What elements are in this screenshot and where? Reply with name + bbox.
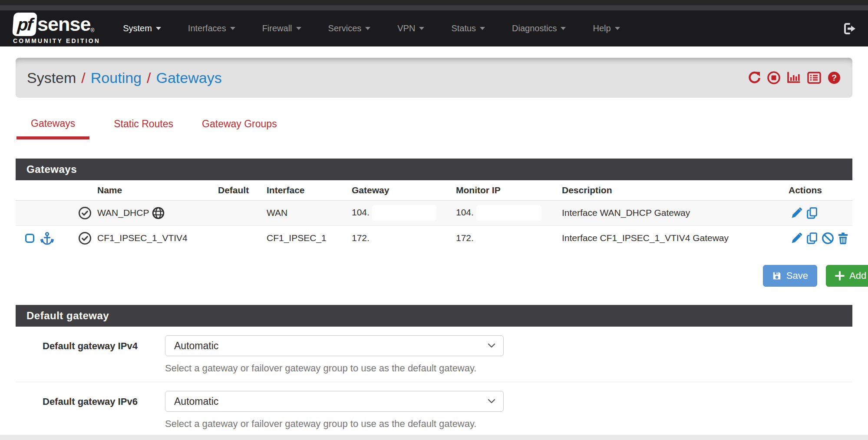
page-action-icons: ? [747, 71, 841, 85]
caret-down-icon [365, 27, 370, 30]
table-actions-bar: Save Add [16, 265, 852, 287]
breadcrumb-bar: System / Routing / Gateways ? [16, 58, 852, 98]
nav-item-services[interactable]: Services [328, 23, 371, 33]
gateway-default [218, 225, 267, 251]
default-gateway-panel-title: Default gateway [16, 305, 852, 327]
table-row-cf1-ipsec: CF1_IPSEC_1_VTIV4 CF1_IPSEC_1 172. 172. … [16, 225, 852, 251]
nav-item-firewall[interactable]: Firewall [262, 23, 301, 33]
default-gateway-ipv4-select[interactable]: Automatic [165, 335, 504, 356]
gateway-address: 104. [352, 207, 370, 217]
save-button-label: Save [786, 270, 808, 281]
default-gateway-ipv4-group: Default gateway IPv4 Automatic Select a … [16, 327, 852, 382]
registered-mark: ® [91, 27, 95, 33]
page-background-strip [0, 435, 868, 440]
save-button[interactable]: Save [763, 265, 817, 287]
add-button-label: Add [849, 270, 866, 281]
nav-item-help[interactable]: Help [593, 23, 620, 33]
gateway-interface: WAN [267, 200, 352, 225]
default-gateway-ipv6-label: Default gateway IPv6 [43, 391, 165, 430]
default-gateway-ipv4-help: Select a gateway or failover gateway gro… [165, 363, 504, 374]
add-button[interactable]: Add [826, 265, 868, 287]
default-gateway-ipv6-help: Select a gateway or failover gateway gro… [165, 418, 504, 430]
community-edition-label: COMMUNITY EDITION [13, 37, 100, 44]
caret-down-icon [419, 27, 424, 30]
sign-out-icon[interactable] [843, 22, 857, 36]
redacted-value [372, 205, 436, 221]
gateways-panel-title: Gateways [16, 159, 852, 180]
gateways-table: Name Default Interface Gateway Monitor I… [16, 180, 852, 251]
stop-circle-icon[interactable] [767, 71, 781, 85]
tab-static-routes[interactable]: Static Routes [109, 118, 178, 139]
nav-menu: System Interfaces Firewall Services VPN … [123, 23, 620, 33]
tab-gateway-groups[interactable]: Gateway Groups [198, 118, 281, 139]
top-strip-light [0, 5, 868, 10]
col-interface: Interface [267, 180, 352, 200]
selected-value: Automatic [174, 340, 218, 352]
default-gateway-ipv6-group: Default gateway IPv6 Automatic Select a … [16, 382, 852, 437]
redacted-value [476, 205, 541, 221]
nav-item-vpn[interactable]: VPN [397, 23, 424, 33]
gateway-name: WAN_DHCP [97, 208, 149, 218]
copy-icon[interactable] [806, 232, 818, 245]
gateway-default [218, 200, 267, 225]
breadcrumb-link-routing[interactable]: Routing [91, 69, 142, 86]
save-floppy-icon [772, 271, 782, 281]
breadcrumb: System / Routing / Gateways [27, 69, 222, 86]
trash-icon[interactable] [837, 232, 849, 245]
gateway-description: Interface WAN_DHCP Gateway [562, 200, 789, 225]
routing-tabs: Gateways Static Routes Gateway Groups [16, 118, 852, 139]
breadcrumb-separator: / [81, 69, 85, 86]
table-header-row: Name Default Interface Gateway Monitor I… [16, 180, 852, 200]
default-gateway-ipv6-select[interactable]: Automatic [165, 391, 504, 412]
caret-down-icon [230, 27, 235, 30]
pf-logo-box: pf [12, 13, 37, 36]
selected-value: Automatic [174, 396, 218, 407]
gateway-name: CF1_IPSEC_1_VTIV4 [97, 233, 188, 243]
monitor-ip: 172. [456, 225, 562, 251]
globe-icon [152, 207, 165, 219]
gateway-description: Interface CF1_IPSEC_1_VTIV4 Gateway [562, 225, 789, 251]
pfsense-page: pf sense ® COMMUNITY EDITION System Inte… [0, 0, 868, 440]
refresh-icon[interactable] [747, 71, 761, 85]
col-monitor-ip: Monitor IP [456, 180, 562, 200]
check-circle-icon [72, 232, 97, 245]
nav-item-interfaces[interactable]: Interfaces [188, 23, 235, 33]
gateways-panel: Gateways Name Default Interface Gateway … [16, 159, 852, 251]
list-icon[interactable] [807, 71, 822, 85]
col-name: Name [97, 180, 218, 200]
caret-down-icon [561, 27, 566, 30]
check-circle-icon [72, 206, 97, 220]
question-circle-icon[interactable]: ? [827, 71, 841, 85]
gateway-interface: CF1_IPSEC_1 [267, 225, 352, 251]
col-default: Default [218, 180, 267, 200]
svg-text:?: ? [832, 73, 837, 83]
anchor-icon[interactable] [40, 232, 54, 245]
tab-gateways[interactable]: Gateways [17, 118, 89, 139]
edit-pencil-icon[interactable] [790, 207, 803, 219]
plus-icon [835, 271, 845, 281]
edit-pencil-icon[interactable] [790, 232, 803, 245]
col-actions: Actions [789, 180, 852, 200]
sense-logo-text: sense [37, 13, 91, 36]
nav-item-diagnostics[interactable]: Diagnostics [512, 23, 566, 33]
bar-chart-icon[interactable] [786, 71, 801, 85]
checkbox-icon[interactable] [25, 234, 34, 243]
pf-logo-text: pf [17, 15, 33, 34]
ban-icon[interactable] [822, 232, 834, 245]
caret-down-icon [296, 27, 301, 30]
monitor-ip: 104. [456, 207, 474, 217]
main-navbar: pf sense ® COMMUNITY EDITION System Inte… [0, 10, 868, 46]
caret-down-icon [156, 27, 161, 30]
nav-item-system[interactable]: System [123, 23, 161, 33]
breadcrumb-section: System [27, 69, 76, 86]
caret-down-icon [480, 27, 485, 30]
caret-down-icon [615, 27, 620, 30]
breadcrumb-link-gateways[interactable]: Gateways [156, 69, 221, 86]
nav-item-status[interactable]: Status [451, 23, 485, 33]
table-row-wan-dhcp: WAN_DHCP WAN 104. 104. Interface WAN_DHC… [16, 200, 852, 225]
top-strip-dark [0, 0, 868, 5]
pfsense-logo[interactable]: pf sense ® COMMUNITY EDITION [13, 13, 100, 44]
default-gateway-panel: Default gateway Default gateway IPv4 Aut… [16, 305, 852, 437]
copy-icon[interactable] [806, 207, 818, 219]
col-gateway: Gateway [352, 180, 456, 200]
